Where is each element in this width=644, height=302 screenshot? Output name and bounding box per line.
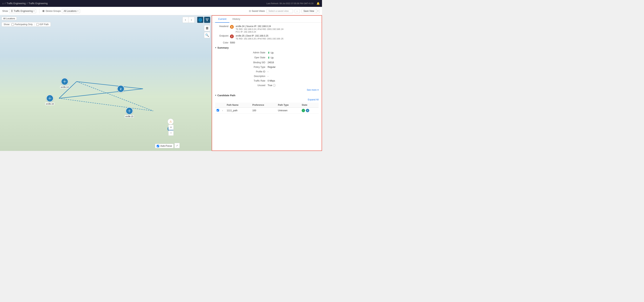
main-area: xrv9k-14 xrv9k-16 xyxy=(0,15,322,151)
headend-row: Headend A xrv9k-24 | Source IP: 192.168.… xyxy=(215,25,318,33)
save-view-arrow: ▾ xyxy=(316,9,320,13)
expand-all-row: Expand All xyxy=(215,98,318,101)
zoom-in-button[interactable]: + xyxy=(168,125,174,130)
device-groups-dropdown[interactable]: All Locations ▾ xyxy=(62,9,80,13)
path-name-cell: 1111_path xyxy=(225,108,251,113)
th-path-name: Path Name xyxy=(225,102,251,108)
toolbar: Show ☰ Traffic Engineering ▾ ⊞ Device Gr… xyxy=(0,7,322,15)
last-refresh: Last Refresh: 08-Jul-2022 07:05:06 PM GM… xyxy=(266,2,314,5)
svg-rect-27 xyxy=(206,28,208,29)
panel-expand-button[interactable]: › xyxy=(188,17,194,23)
participating-only-label: Participating Only xyxy=(15,23,32,26)
oper-state-key: Oper State xyxy=(217,56,268,60)
candidate-path-section: ▾ Candidate Path Expand All Path Name Pr… xyxy=(215,94,318,113)
endpoint-te-rid: TE RID: 192.168.0.25 | IPv6 RID: 2001:19… xyxy=(236,38,284,40)
show-label: Show xyxy=(2,10,8,12)
show-section: Show ☰ Traffic Engineering ▾ xyxy=(2,9,36,13)
traffic-rate-val: 0 Mbps xyxy=(268,79,318,83)
svg-point-15 xyxy=(129,110,130,111)
warning-button[interactable]: ⚠ xyxy=(168,118,174,125)
save-view-label: Save View xyxy=(302,9,316,13)
preference-cell: 100 xyxy=(251,108,276,113)
binding-sid-val: 24016 xyxy=(268,61,318,64)
svg-line-2 xyxy=(59,82,76,98)
expand-all-link[interactable]: Expand All xyxy=(308,98,318,101)
endpoint-node: xrv9k-25 | Dest IP: 192.168.0.25 xyxy=(236,35,284,37)
svg-line-24 xyxy=(206,19,207,21)
panel-collapse-button[interactable]: ‹ xyxy=(182,17,188,23)
show-dropdown[interactable]: ☰ Traffic Engineering ▾ xyxy=(9,9,36,13)
traffic-rate-key: Traffic Rate xyxy=(217,79,268,83)
state-up-icon: ↑ xyxy=(302,109,305,112)
all-locations-badge: All Locations xyxy=(2,17,17,20)
globe-button[interactable]: 🌐 xyxy=(197,17,203,23)
svg-line-0 xyxy=(77,82,143,89)
participating-only-checkbox[interactable] xyxy=(12,23,14,26)
unused-val: True i xyxy=(268,83,318,87)
saved-views-label: ⊡ Saved Views xyxy=(249,10,265,12)
path-table: Path Name Preference Path Type State xyxy=(215,102,318,113)
map-area: xrv9k-14 xrv9k-16 xyxy=(0,15,212,151)
auto-focus-checkbox[interactable] xyxy=(157,145,159,147)
tab-current[interactable]: Current xyxy=(215,16,230,23)
description-val: - xyxy=(268,74,318,78)
grid-icon: ⊞ xyxy=(42,10,44,12)
bell-icon[interactable]: 🔔 xyxy=(316,2,320,5)
tab-history[interactable]: History xyxy=(230,16,243,23)
th-checkbox xyxy=(215,102,221,108)
headend-node: xrv9k-24 | Source IP: 192.168.0.24 xyxy=(236,25,284,28)
home-icon[interactable]: ⌂ xyxy=(2,2,4,5)
summary-header[interactable]: ▾ Summary xyxy=(215,46,318,49)
map-top-buttons: 🌐 xyxy=(197,17,210,23)
map-show-controls: Show: Participating Only | IGP Path xyxy=(2,22,51,27)
svg-rect-28 xyxy=(206,29,208,29)
candidate-path-header[interactable]: ▾ Candidate Path xyxy=(215,94,318,97)
auto-focus-box[interactable]: Auto-Focus xyxy=(155,144,174,148)
admin-state-up-icon: ⬆ xyxy=(268,51,270,54)
description-key: Description xyxy=(217,74,268,78)
candidate-chevron: ▾ xyxy=(215,94,216,97)
see-more-link[interactable]: See more ▾ xyxy=(307,89,318,91)
save-view-button[interactable]: Save View ▾ xyxy=(302,9,320,13)
headend-badge: A xyxy=(230,25,234,29)
fit-screen-button-container: ⤢ xyxy=(174,143,180,148)
candidate-path-label: Candidate Path xyxy=(218,94,236,97)
policy-type-key: Policy Type xyxy=(217,65,268,69)
panel-content: Headend A xrv9k-24 | Source IP: 192.168.… xyxy=(212,23,322,150)
show-chevron: ▾ xyxy=(34,10,34,12)
row-expand-cell: › xyxy=(221,108,225,113)
layers-button[interactable] xyxy=(204,25,210,31)
saved-views-section: ⊡ Saved Views Select a saved view ··· Sa… xyxy=(249,9,320,13)
search-button[interactable]: 🔍 xyxy=(204,32,210,38)
zoom-controls: + − xyxy=(168,125,174,136)
panel-tabs: Current History xyxy=(212,16,322,23)
saved-views-dropdown[interactable]: Select a saved view xyxy=(266,9,293,13)
profile-id-val: - xyxy=(268,70,318,74)
auto-focus-label: Auto-Focus xyxy=(160,145,172,147)
igp-path-checkbox[interactable] xyxy=(36,23,39,26)
zoom-out-button[interactable]: − xyxy=(168,130,174,136)
state-anchor-icon: A xyxy=(306,109,309,112)
see-more-row: See more ▾ xyxy=(215,87,318,92)
row-checkbox[interactable] xyxy=(217,109,219,111)
panel-toggle-buttons: ‹ › xyxy=(182,17,194,23)
device-groups-label: Device Groups xyxy=(46,10,61,12)
top-bar: ⌂ / Traffic Engineering / Traffic Engine… xyxy=(0,0,322,7)
unused-info-icon[interactable]: i xyxy=(273,84,276,87)
fit-screen-button[interactable]: ⤢ xyxy=(174,143,180,148)
svg-line-4 xyxy=(59,98,153,111)
show-icon: ☰ xyxy=(11,10,13,12)
divider-pipe: | xyxy=(34,23,34,26)
th-state: State xyxy=(300,102,318,108)
more-button[interactable]: ··· xyxy=(294,9,300,13)
breadcrumb-sep-1: / xyxy=(5,2,5,5)
binding-sid-key: Binding SID xyxy=(217,61,268,64)
policy-type-val: Regular xyxy=(268,65,318,69)
path-type-cell: Unknown xyxy=(276,108,300,113)
breadcrumb-link-1[interactable]: Traffic Engineering xyxy=(7,2,26,5)
color-label: Color xyxy=(215,41,228,44)
headend-label: Headend xyxy=(215,25,228,28)
topology-button[interactable] xyxy=(204,17,210,23)
row-expand-icon[interactable]: › xyxy=(222,109,223,112)
endpoint-value-block: Z xrv9k-25 | Dest IP: 192.168.0.25 TE RI… xyxy=(230,35,284,40)
